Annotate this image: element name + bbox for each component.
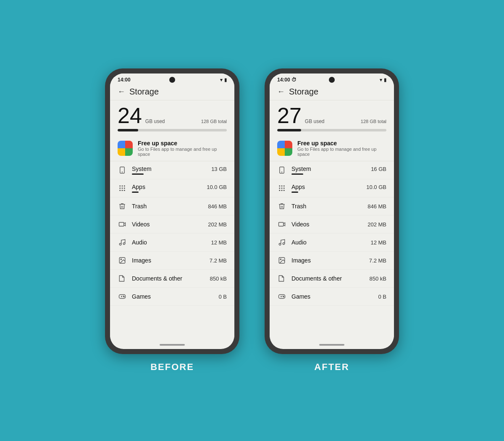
item-size: 850 kB xyxy=(210,276,227,282)
home-indicator xyxy=(110,337,234,349)
list-item[interactable]: Trash 846 MB xyxy=(270,197,394,215)
icon-quadrant-yellow xyxy=(118,148,125,156)
list-item[interactable]: Apps 10.0 GB xyxy=(270,179,394,197)
svg-point-36 xyxy=(280,259,281,260)
svg-point-12 xyxy=(119,243,121,245)
wifi-icon: ▾ xyxy=(380,77,382,83)
list-item[interactable]: Images 7.2 MB xyxy=(270,252,394,270)
item-name: Audio xyxy=(291,239,307,246)
storage-list: System 16 GB xyxy=(270,161,394,337)
page-title: Storage xyxy=(289,87,318,97)
list-item[interactable]: Videos 202 MB xyxy=(110,215,234,234)
svg-point-6 xyxy=(122,188,123,189)
list-item[interactable]: Images 7.2 MB xyxy=(110,252,234,270)
item-name: Videos xyxy=(291,221,310,228)
item-content: Images 7.2 MB xyxy=(132,257,227,264)
list-item[interactable]: Audio 12 MB xyxy=(110,234,234,252)
list-item[interactable]: Games 0 B xyxy=(270,288,394,306)
item-icon-trash xyxy=(118,202,127,211)
item-content: Documents & other 850 kB xyxy=(291,275,386,282)
item-content: Apps 10.0 GB xyxy=(291,184,386,193)
status-icons: ▾ ▮ xyxy=(380,77,386,83)
item-name: Audio xyxy=(132,239,147,246)
item-name: Videos xyxy=(132,221,150,228)
item-content: Games 0 B xyxy=(132,293,227,300)
home-bar xyxy=(319,344,344,346)
phone-label-before: BEFORE xyxy=(150,362,194,373)
gb-used-label: GB used xyxy=(305,118,325,124)
item-icon-images xyxy=(118,256,127,265)
icon-quadrant-blue xyxy=(118,141,125,148)
item-content: Games 0 B xyxy=(291,293,386,300)
item-size: 16 GB xyxy=(371,166,386,172)
svg-point-41 xyxy=(284,297,284,297)
phone-section-after: 14:00 ⏱ ▾ ▮ ← Storage 27 xyxy=(265,68,399,373)
battery-icon: ▮ xyxy=(224,77,227,83)
svg-rect-11 xyxy=(119,223,124,226)
item-size: 0 B xyxy=(218,294,227,300)
icon-quadrant-blue xyxy=(277,141,285,148)
storage-progress-bar xyxy=(277,129,386,131)
item-icon-images xyxy=(277,256,286,265)
list-item[interactable]: Games 0 B xyxy=(110,288,234,306)
item-icon-games xyxy=(277,292,286,301)
free-up-text: Free up space Go to Files app to manage … xyxy=(297,140,386,157)
item-usage-bar xyxy=(291,192,298,193)
svg-point-30 xyxy=(281,190,283,191)
back-button[interactable]: ← xyxy=(277,87,285,96)
svg-point-20 xyxy=(124,297,125,297)
back-button[interactable]: ← xyxy=(118,87,125,96)
svg-point-29 xyxy=(279,190,280,191)
item-size: 846 MB xyxy=(368,203,386,210)
item-size: 202 MB xyxy=(208,221,227,228)
item-icon-games xyxy=(118,292,127,301)
item-icon-trash xyxy=(277,202,286,211)
item-name: System xyxy=(291,165,311,172)
list-item[interactable]: Apps 10.0 GB xyxy=(110,179,234,197)
list-item[interactable]: Documents & other 850 kB xyxy=(270,270,394,288)
wifi-icon: ▾ xyxy=(220,77,223,83)
free-up-space-section[interactable]: Free up space Go to Files app to manage … xyxy=(270,136,394,161)
item-icon-audio xyxy=(277,238,286,247)
svg-point-26 xyxy=(279,188,280,189)
list-item[interactable]: System 13 GB xyxy=(110,161,234,179)
item-usage-bar xyxy=(291,173,303,175)
item-content: Videos 202 MB xyxy=(132,221,227,228)
svg-point-27 xyxy=(281,188,283,189)
item-content: Documents & other 850 kB xyxy=(132,275,227,282)
svg-point-31 xyxy=(284,190,285,191)
free-up-title: Free up space xyxy=(138,140,227,147)
files-app-icon xyxy=(277,141,292,156)
status-time: 14:00 xyxy=(118,77,131,83)
svg-point-15 xyxy=(121,259,121,260)
list-item[interactable]: System 16 GB xyxy=(270,161,394,179)
item-usage-bar xyxy=(132,173,144,175)
storage-bar-fill xyxy=(277,129,301,131)
svg-point-34 xyxy=(283,243,285,245)
item-size: 12 MB xyxy=(211,239,227,246)
icon-quadrant-green xyxy=(285,148,292,156)
list-item[interactable]: Audio 12 MB xyxy=(270,234,394,252)
svg-point-7 xyxy=(124,188,125,189)
list-item[interactable]: Documents & other 850 kB xyxy=(110,270,234,288)
phone-label-after: AFTER xyxy=(314,362,349,373)
list-item[interactable]: Trash 846 MB xyxy=(110,197,234,215)
camera-notch xyxy=(329,77,335,83)
item-content: System 16 GB xyxy=(291,165,386,175)
item-size: 202 MB xyxy=(368,221,386,228)
list-item[interactable]: Videos 202 MB xyxy=(270,215,394,234)
svg-rect-32 xyxy=(279,223,284,226)
item-content: Videos 202 MB xyxy=(291,221,386,228)
free-up-subtitle: Go to Files app to manage and free up sp… xyxy=(297,147,386,157)
svg-point-2 xyxy=(119,185,121,186)
item-icon-videos xyxy=(277,220,286,229)
svg-point-10 xyxy=(124,190,125,191)
free-up-space-section[interactable]: Free up space Go to Files app to manage … xyxy=(110,136,234,161)
item-name: Apps xyxy=(291,184,305,190)
icon-quadrant-red xyxy=(125,141,133,148)
storage-total-label: 128 GB total xyxy=(361,119,386,124)
item-content: Images 7.2 MB xyxy=(291,257,386,264)
svg-point-8 xyxy=(119,190,121,191)
storage-used-number: 27 xyxy=(277,105,302,126)
item-name: Documents & other xyxy=(291,275,342,282)
